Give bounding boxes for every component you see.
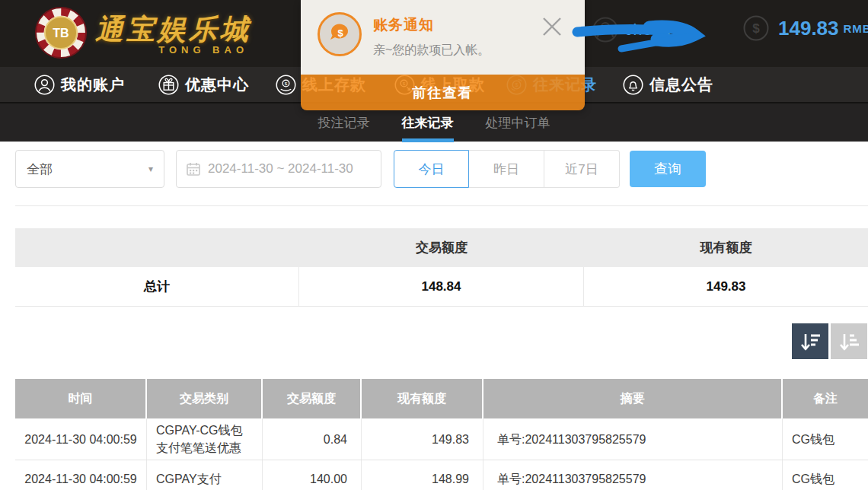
section-divider bbox=[15, 205, 868, 206]
cell-time: 2024-11-30 04:00:59 bbox=[15, 460, 147, 490]
transactions-table: 时间 交易类别 交易额度 现有额度 摘要 备注 2024-11-30 04:00… bbox=[15, 379, 868, 490]
last7days-button[interactable]: 近7日 bbox=[544, 150, 620, 188]
chevron-down-icon: ▾ bbox=[148, 164, 153, 174]
calendar-icon bbox=[186, 161, 201, 177]
summary-total-balance: 149.83 bbox=[584, 267, 868, 306]
svg-text:$: $ bbox=[752, 21, 760, 36]
nav-label: 信息公告 bbox=[649, 75, 713, 95]
summary-header-transaction: 交易额度 bbox=[299, 228, 584, 267]
cell-remark: CG钱包 bbox=[783, 418, 868, 460]
user-account[interactable]: cheng90 bbox=[592, 17, 691, 43]
col-header-summary: 摘要 bbox=[483, 379, 783, 418]
notification-title: 账务通知 bbox=[373, 15, 434, 35]
notification-body: $ 账务通知 亲~您的款项已入帐。 bbox=[301, 0, 585, 75]
svg-text:TB: TB bbox=[53, 27, 69, 40]
summary-header-balance: 现有额度 bbox=[584, 228, 868, 267]
close-icon[interactable] bbox=[539, 14, 565, 40]
summary-total-label: 总计 bbox=[15, 267, 299, 306]
sort-desc-icon bbox=[799, 330, 822, 353]
sort-controls bbox=[792, 323, 867, 359]
nav-item-announcements[interactable]: 信息公告 bbox=[623, 67, 713, 102]
today-button[interactable]: 今日 bbox=[394, 150, 469, 188]
summary-total-transaction: 148.84 bbox=[299, 267, 584, 306]
summary-header-empty bbox=[15, 228, 299, 267]
table-row: 2024-11-30 04:00:59 CGPAY-CG钱包支付笔笔送优惠 0.… bbox=[15, 418, 868, 460]
page: TB 通宝娱乐城 TONG BAO cheng90 $ 149.83 RMB bbox=[0, 0, 868, 490]
svg-text:$: $ bbox=[337, 27, 343, 39]
query-button[interactable]: 查询 bbox=[630, 151, 706, 187]
poker-chip-icon: TB bbox=[34, 6, 88, 59]
cell-balance: 148.99 bbox=[362, 460, 483, 490]
cell-amount: 140.00 bbox=[263, 460, 362, 490]
svg-text:$: $ bbox=[285, 81, 288, 86]
brand-name: 通宝娱乐城 TONG BAO bbox=[95, 11, 251, 56]
brand-logo[interactable]: TB 通宝娱乐城 TONG BAO bbox=[34, 6, 251, 59]
col-header-remark: 备注 bbox=[783, 379, 868, 418]
brand-title-cn: 通宝娱乐城 bbox=[95, 11, 251, 49]
col-header-type: 交易类别 bbox=[147, 379, 263, 418]
sort-asc-icon bbox=[838, 330, 860, 353]
col-header-time: 时间 bbox=[15, 379, 147, 418]
type-select-value: 全部 bbox=[27, 161, 148, 178]
sort-ascending-button[interactable] bbox=[831, 323, 867, 359]
cell-type: CGPAY-CG钱包支付笔笔送优惠 bbox=[147, 418, 263, 460]
deposit-icon: $ bbox=[276, 75, 296, 95]
balance-display: $ 149.83 RMB bbox=[743, 15, 868, 41]
balance-currency: RMB bbox=[844, 22, 868, 35]
date-range-picker[interactable]: 2024-11-30 ~ 2024-11-30 bbox=[176, 150, 381, 188]
username: cheng90 bbox=[624, 21, 691, 39]
table-row: 2024-11-30 04:00:59 CGPAY支付 140.00 148.9… bbox=[15, 460, 868, 490]
user-avatar-icon bbox=[592, 17, 618, 43]
summary-table: 交易额度 现有额度 总计 148.84 149.83 bbox=[15, 228, 868, 307]
quick-date-buttons: 今日 昨日 近7日 bbox=[394, 150, 620, 188]
notification-popup: $ 账务通知 亲~您的款项已入帐。 前往查看 bbox=[301, 0, 585, 110]
table-header-row: 时间 交易类别 交易额度 现有额度 摘要 备注 bbox=[15, 379, 868, 418]
col-header-balance: 现有额度 bbox=[362, 379, 483, 418]
nav-label: 优惠中心 bbox=[185, 75, 249, 95]
cell-time: 2024-11-30 04:00:59 bbox=[15, 418, 147, 460]
cell-summary: 单号:202411303795825579 bbox=[483, 460, 783, 490]
bell-icon bbox=[623, 75, 643, 95]
cell-amount: 0.84 bbox=[263, 418, 362, 460]
gift-icon bbox=[158, 75, 179, 95]
brand-title-en: TONG BAO bbox=[158, 44, 248, 56]
type-select[interactable]: 全部 ▾ bbox=[15, 150, 164, 188]
date-range-value: 2024-11-30 ~ 2024-11-30 bbox=[208, 161, 353, 177]
nav-item-promotions[interactable]: 优惠中心 bbox=[158, 67, 249, 102]
sort-descending-button[interactable] bbox=[792, 323, 828, 359]
cell-balance: 149.83 bbox=[362, 418, 483, 460]
summary-header-row: 交易额度 现有额度 bbox=[15, 228, 868, 267]
user-icon bbox=[34, 75, 55, 95]
balance-amount: 149.83 bbox=[778, 17, 839, 40]
go-view-button[interactable]: 前往查看 bbox=[301, 75, 585, 110]
dollar-icon: $ bbox=[743, 15, 769, 41]
summary-total-row: 总计 148.84 149.83 bbox=[15, 267, 868, 307]
notification-message: 亲~您的款项已入帐。 bbox=[373, 43, 490, 59]
yesterday-button[interactable]: 昨日 bbox=[469, 150, 544, 188]
cell-remark: CG钱包 bbox=[783, 460, 868, 490]
nav-label: 我的账户 bbox=[61, 75, 125, 95]
nav-item-my-account[interactable]: 我的账户 bbox=[34, 67, 125, 102]
cell-summary: 单号:202411303795825579 bbox=[483, 418, 783, 460]
cell-type: CGPAY支付 bbox=[147, 460, 263, 490]
col-header-amount: 交易额度 bbox=[263, 379, 362, 418]
money-chat-icon: $ bbox=[318, 12, 362, 56]
